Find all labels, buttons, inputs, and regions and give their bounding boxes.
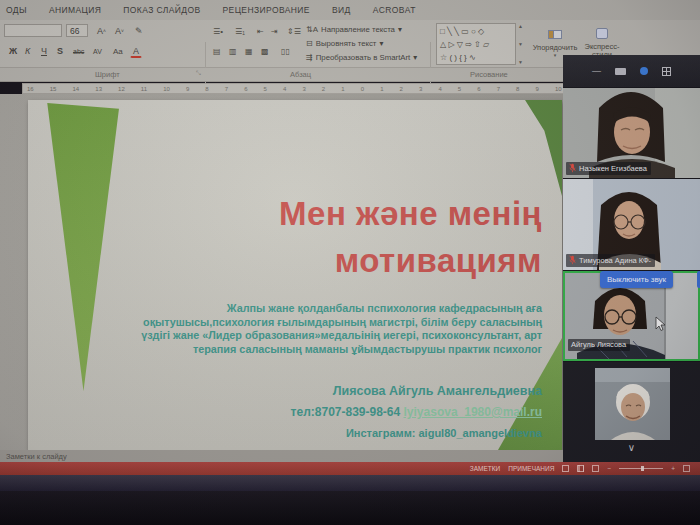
align-center-icon[interactable]: ▥	[226, 44, 240, 58]
status-comments-button[interactable]: ПРИМЕЧАНИЯ	[508, 465, 554, 472]
view-sorter-icon[interactable]	[577, 465, 584, 472]
slide-body-text[interactable]: Жалпы жане қолданбалы пспихология кафедр…	[116, 302, 542, 356]
ruler-number: 16	[27, 86, 34, 92]
zoom-out-icon[interactable]: −	[607, 465, 611, 472]
view-normal-icon[interactable]	[562, 465, 569, 472]
ruler-number: 5	[458, 86, 461, 92]
camera-icon[interactable]	[615, 68, 626, 75]
slide-contact-line[interactable]: тел:8707-839-98-64 lyiyasova_1980@mail.r…	[116, 405, 542, 419]
slide-canvas[interactable]: Мен және менің мотивациям Жалпы жане қол…	[28, 100, 562, 450]
video-panel-titlebar[interactable]: —	[563, 55, 700, 87]
shrink-font-button[interactable]: А˅	[112, 24, 127, 38]
slide-title[interactable]: Мен және менің мотивациям	[118, 190, 542, 284]
dropdown-caret: ▾	[398, 25, 402, 34]
tab-transitions[interactable]: ОДЫ	[6, 5, 27, 15]
participant-2-name: Тимурова Адина КФ-	[579, 256, 651, 265]
ruler-number: 5	[264, 86, 267, 92]
participant-1-name-tag: Назыкен Егизбаева	[566, 162, 651, 175]
italic-button[interactable]: К	[22, 44, 33, 58]
collapse-selfview-chevron-icon[interactable]: ∨	[563, 443, 700, 453]
ruler-number: 2	[400, 86, 403, 92]
shapes-gallery-scrollbar[interactable]: ▲▼▼	[518, 23, 526, 65]
tab-review[interactable]: РЕЦЕНЗИРОВАНИЕ	[223, 5, 310, 15]
character-spacing-button[interactable]: AV	[90, 44, 105, 58]
participant-3-name-tag: Айгуль Лиясова	[568, 339, 630, 351]
text-direction-label: Направление текста	[321, 25, 395, 34]
ribbon-tab-bar: ОДЫ АНИМАЦИЯ ПОКАЗ СЛАЙДОВ РЕЦЕНЗИРОВАНИ…	[0, 0, 700, 20]
ruler-number: 11	[141, 86, 147, 92]
text-direction-button[interactable]: ⇅A Направление текста▾	[306, 23, 402, 36]
ruler-number: 3	[302, 86, 305, 92]
slide-decoration-left-wedge[interactable]	[45, 103, 119, 391]
slide-title-line2: мотивациям	[118, 237, 542, 284]
status-bar: ЗАМЕТКИ ПРИМЕЧАНИЯ − +	[0, 462, 700, 475]
font-dialog-launcher[interactable]: ⤡	[196, 70, 201, 77]
tab-animation[interactable]: АНИМАЦИЯ	[49, 5, 101, 15]
mute-audio-button[interactable]: Выключить звук	[600, 271, 673, 288]
ruler-number: 14	[73, 86, 80, 92]
shapes-gallery[interactable]: □ ╲ ╲ ▭ ○ ◇ △ ▷ ▽ ⇨ ⇧ ▱ ☆ ( ) { } ∿	[436, 23, 516, 65]
arrange-button[interactable]: Упорядочить ▾	[532, 25, 578, 58]
ruler-number: 3	[419, 86, 422, 92]
slide-title-line1: Мен және менің	[118, 190, 542, 237]
participant-tile-1[interactable]: Назыкен Егизбаева	[563, 88, 700, 178]
dropdown-caret: ▾	[413, 53, 417, 62]
change-case-button[interactable]: Aa	[110, 44, 126, 58]
group-label-drawing: Рисование	[470, 70, 508, 79]
font-size-combobox[interactable]: 66	[66, 24, 88, 37]
numbering-icon[interactable]: ☰₁	[232, 24, 248, 38]
strikethrough-button[interactable]: abc	[70, 44, 87, 58]
columns-icon[interactable]: ▯▯	[278, 44, 293, 58]
ruler-number: 4	[283, 86, 286, 92]
font-color-button[interactable]: А	[130, 44, 142, 58]
clear-formatting-icon[interactable]: ✎	[132, 24, 146, 38]
convert-smartart-button[interactable]: ⇶ Преобразовать в SmartArt▾	[306, 51, 417, 64]
align-left-icon[interactable]: ▤	[210, 44, 224, 58]
gallery-more-icon: ▼	[518, 59, 526, 65]
justify-icon[interactable]: ▩	[258, 44, 272, 58]
ruler-number: 8	[516, 86, 519, 92]
align-right-icon[interactable]: ▦	[242, 44, 256, 58]
notes-placeholder: Заметки к слайду	[6, 452, 67, 461]
muted-mic-icon	[569, 255, 576, 265]
tab-acrobat[interactable]: ACROBAT	[373, 5, 416, 15]
slide-author-line[interactable]: Лиясова Айгуль Амангельдиевна	[116, 384, 542, 398]
ruler-number: 6	[244, 86, 247, 92]
text-shadow-button[interactable]: S	[54, 44, 66, 58]
increase-indent-icon[interactable]: ⇥	[268, 24, 281, 38]
align-text-button[interactable]: ⊟ Выровнять текст▾	[306, 37, 383, 50]
slide-email-link[interactable]: lyiyasova_1980@mail.ru	[404, 405, 542, 419]
bullets-icon[interactable]: ☰•	[210, 24, 226, 38]
grow-font-button[interactable]: А˄	[94, 24, 109, 38]
status-notes-button[interactable]: ЗАМЕТКИ	[470, 465, 500, 472]
scroll-down-icon: ▼	[518, 41, 526, 47]
view-slideshow-icon[interactable]	[592, 465, 599, 472]
screen-bottom-edge	[0, 475, 700, 491]
zoom-slider-knob[interactable]	[641, 466, 644, 471]
ruler-number: 9	[186, 86, 189, 92]
slide-instagram-line[interactable]: Инстаграмм: aigul80_amangeldievna	[116, 427, 542, 439]
slide-decoration-topright[interactable]	[520, 100, 562, 196]
zoom-in-icon[interactable]: +	[671, 465, 675, 472]
underline-button[interactable]: Ч	[38, 44, 50, 58]
zoom-slider[interactable]	[619, 468, 663, 469]
participant-tile-2[interactable]: Тимурова Адина КФ-	[563, 179, 700, 270]
fit-to-window-icon[interactable]	[683, 465, 690, 472]
ruler-number: 10	[163, 86, 170, 92]
participant-1-name: Назыкен Егизбаева	[579, 164, 647, 173]
line-spacing-icon[interactable]: ⇕☰	[284, 24, 304, 38]
tab-slideshow[interactable]: ПОКАЗ СЛАЙДОВ	[123, 5, 200, 15]
bold-button[interactable]: Ж	[6, 44, 20, 58]
ruler-number: 13	[95, 86, 102, 92]
font-name-combobox[interactable]	[4, 24, 62, 37]
tab-view[interactable]: ВИД	[332, 5, 351, 15]
gallery-view-icon[interactable]	[662, 67, 671, 76]
decrease-indent-icon[interactable]: ⇤	[254, 24, 267, 38]
arrange-label: Упорядочить	[532, 43, 578, 52]
shapes-row: △ ▷ ▽ ⇨ ⇧ ▱	[440, 38, 512, 51]
group-label-paragraph: Абзац	[290, 70, 311, 79]
muted-mic-icon	[569, 163, 576, 173]
notes-pane[interactable]: Заметки к слайду	[0, 450, 563, 462]
minimize-icon[interactable]: —	[592, 66, 601, 76]
scroll-up-icon: ▲	[518, 23, 526, 29]
